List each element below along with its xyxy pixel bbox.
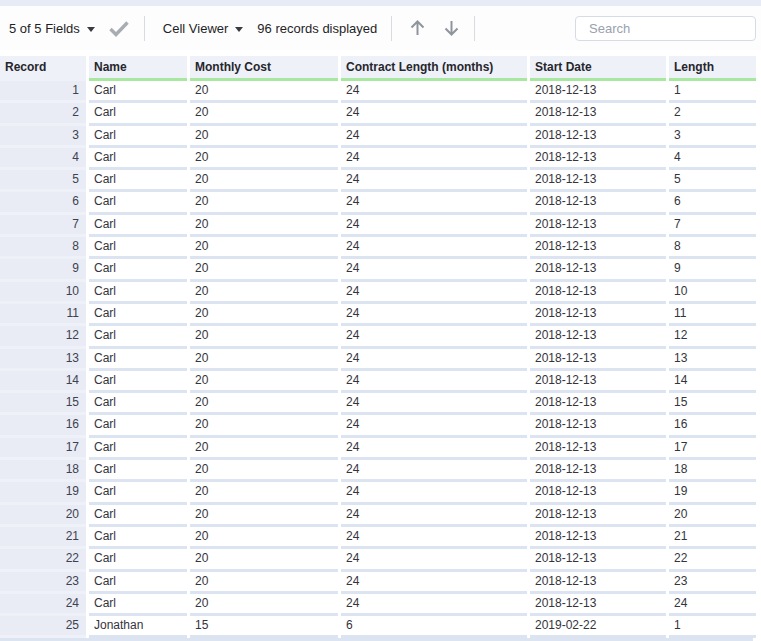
search-box[interactable] <box>575 16 756 41</box>
cell-record[interactable]: 7 <box>0 215 86 237</box>
cell-record[interactable]: 13 <box>0 349 86 371</box>
cell-start-date[interactable]: 2018-12-13 <box>530 126 666 148</box>
cell-record[interactable]: 18 <box>0 460 86 482</box>
cell-length[interactable]: 2 <box>669 103 756 125</box>
cell-record[interactable]: 6 <box>0 192 86 214</box>
cell-length[interactable]: 24 <box>669 594 756 616</box>
cell-name[interactable]: Carl <box>89 282 187 304</box>
cell-monthly-cost[interactable]: 20 <box>190 170 338 192</box>
cell-length[interactable]: 4 <box>669 148 756 170</box>
cell-start-date[interactable]: 2018-12-13 <box>530 371 666 393</box>
cell-name[interactable]: Carl <box>89 594 187 616</box>
scroll-up-button[interactable] <box>409 19 426 37</box>
cell-record[interactable]: 20 <box>0 505 86 527</box>
cell-name[interactable]: Carl <box>89 170 187 192</box>
column-header-length[interactable]: Length <box>669 56 756 81</box>
cell-name[interactable]: Jonathan <box>89 616 187 638</box>
cell-length[interactable]: 11 <box>669 304 756 326</box>
cell-contract-length-months[interactable]: 24 <box>341 527 527 549</box>
cell-contract-length-months[interactable]: 24 <box>341 438 527 460</box>
cell-monthly-cost[interactable]: 20 <box>190 482 338 504</box>
cell-name[interactable]: Carl <box>89 371 187 393</box>
cell-name[interactable]: Carl <box>89 572 187 594</box>
cell-contract-length-months[interactable]: 24 <box>341 192 527 214</box>
cell-start-date[interactable]: 2018-12-13 <box>530 148 666 170</box>
column-header-start-date[interactable]: Start Date <box>530 56 666 81</box>
cell-name[interactable]: Carl <box>89 126 187 148</box>
cell-record[interactable]: 4 <box>0 148 86 170</box>
cell-start-date[interactable]: 2018-12-13 <box>530 460 666 482</box>
cell-start-date[interactable]: 2018-12-13 <box>530 594 666 616</box>
cell-name[interactable]: Carl <box>89 148 187 170</box>
cell-length[interactable]: 15 <box>669 393 756 415</box>
cell-contract-length-months[interactable]: 24 <box>341 460 527 482</box>
cell-monthly-cost[interactable]: 20 <box>190 326 338 348</box>
column-header-record[interactable]: Record <box>0 56 86 81</box>
cell-record[interactable]: 9 <box>0 259 86 281</box>
column-header-monthly-cost[interactable]: Monthly Cost <box>190 56 338 81</box>
cell-length[interactable]: 18 <box>669 460 756 482</box>
cell-monthly-cost[interactable]: 20 <box>190 148 338 170</box>
cell-length[interactable]: 9 <box>669 259 756 281</box>
cell-start-date[interactable]: 2018-12-13 <box>530 170 666 192</box>
cell-monthly-cost[interactable]: 15 <box>190 616 338 638</box>
cell-length[interactable]: 21 <box>669 527 756 549</box>
cell-monthly-cost[interactable]: 20 <box>190 549 338 571</box>
cell-length[interactable]: 5 <box>669 170 756 192</box>
cell-contract-length-months[interactable]: 24 <box>341 126 527 148</box>
cell-start-date[interactable]: 2018-12-13 <box>530 505 666 527</box>
cell-record[interactable]: 5 <box>0 170 86 192</box>
cell-contract-length-months[interactable]: 24 <box>341 594 527 616</box>
cell-record[interactable]: 16 <box>0 415 86 437</box>
cell-contract-length-months[interactable]: 24 <box>341 282 527 304</box>
cell-record[interactable]: 21 <box>0 527 86 549</box>
scroll-down-button[interactable] <box>443 19 460 37</box>
cell-contract-length-months[interactable]: 24 <box>341 148 527 170</box>
cell-start-date[interactable]: 2018-12-13 <box>530 304 666 326</box>
cell-length[interactable]: 22 <box>669 549 756 571</box>
cell-contract-length-months[interactable]: 24 <box>341 572 527 594</box>
cell-monthly-cost[interactable]: 20 <box>190 460 338 482</box>
cell-start-date[interactable]: 2018-12-13 <box>530 482 666 504</box>
cell-contract-length-months[interactable]: 24 <box>341 215 527 237</box>
cell-monthly-cost[interactable]: 20 <box>190 527 338 549</box>
fields-dropdown[interactable]: 5 of 5 Fields <box>9 21 95 36</box>
cell-name[interactable]: Carl <box>89 103 187 125</box>
cell-length[interactable]: 14 <box>669 371 756 393</box>
cell-name[interactable]: Carl <box>89 438 187 460</box>
cell-start-date[interactable]: 2018-12-13 <box>530 259 666 281</box>
cell-start-date[interactable]: 2018-12-13 <box>530 549 666 571</box>
cell-record[interactable]: 24 <box>0 594 86 616</box>
cell-monthly-cost[interactable]: 20 <box>190 371 338 393</box>
cell-record[interactable]: 10 <box>0 282 86 304</box>
cell-monthly-cost[interactable]: 20 <box>190 304 338 326</box>
cell-length[interactable]: 1 <box>669 616 756 638</box>
cell-record[interactable]: 15 <box>0 393 86 415</box>
cell-start-date[interactable]: 2018-12-13 <box>530 415 666 437</box>
cell-monthly-cost[interactable]: 20 <box>190 215 338 237</box>
cell-monthly-cost[interactable]: 20 <box>190 393 338 415</box>
cell-record[interactable]: 25 <box>0 616 86 638</box>
cell-monthly-cost[interactable]: 20 <box>190 572 338 594</box>
cell-name[interactable]: Carl <box>89 215 187 237</box>
cell-monthly-cost[interactable]: 20 <box>190 415 338 437</box>
cell-contract-length-months[interactable]: 24 <box>341 505 527 527</box>
cell-name[interactable]: Carl <box>89 505 187 527</box>
cell-monthly-cost[interactable]: 20 <box>190 282 338 304</box>
cell-name[interactable]: Carl <box>89 81 187 103</box>
cell-record[interactable]: 19 <box>0 482 86 504</box>
cell-length[interactable]: 19 <box>669 482 756 504</box>
cell-contract-length-months[interactable]: 6 <box>341 616 527 638</box>
apply-check-button[interactable] <box>108 20 130 37</box>
cell-viewer-dropdown[interactable]: Cell Viewer <box>163 21 244 36</box>
cell-start-date[interactable]: 2018-12-13 <box>530 282 666 304</box>
cell-contract-length-months[interactable]: 24 <box>341 393 527 415</box>
cell-name[interactable]: Carl <box>89 192 187 214</box>
cell-record[interactable]: 23 <box>0 572 86 594</box>
cell-contract-length-months[interactable]: 24 <box>341 170 527 192</box>
cell-start-date[interactable]: 2018-12-13 <box>530 438 666 460</box>
cell-start-date[interactable]: 2018-12-13 <box>530 326 666 348</box>
cell-start-date[interactable]: 2018-12-13 <box>530 215 666 237</box>
cell-name[interactable]: Carl <box>89 460 187 482</box>
cell-start-date[interactable]: 2018-12-13 <box>530 237 666 259</box>
